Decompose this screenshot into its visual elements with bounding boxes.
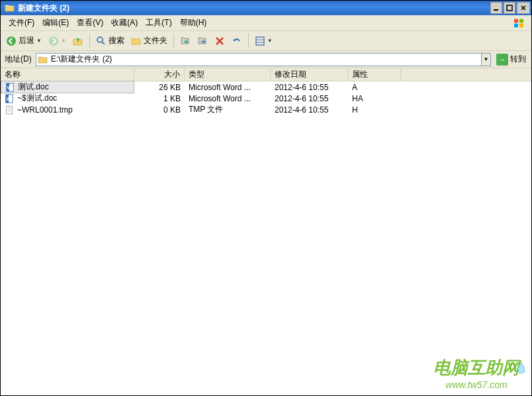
menu-view[interactable]: 查看(V) — [73, 16, 107, 30]
file-date: 2012-4-6 10:55 — [271, 83, 348, 92]
svg-rect-0 — [494, 9, 498, 11]
chevron-down-icon: ▼ — [61, 38, 66, 44]
windows-flag-icon — [511, 17, 527, 30]
file-attr: HA — [348, 94, 401, 103]
col-type[interactable]: 类型 — [185, 68, 271, 81]
menu-edit[interactable]: 编辑(E) — [38, 16, 73, 30]
addressbar: 地址(D) ▼ → 转到 — [1, 51, 531, 68]
back-label: 后退 — [19, 35, 34, 46]
address-field-wrap: ▼ — [36, 53, 491, 66]
word-doc-icon: W — [5, 83, 16, 92]
word-doc-icon: W — [5, 94, 15, 103]
folder-icon — [5, 3, 15, 13]
folders-button[interactable]: 文件夹 — [128, 34, 170, 48]
views-icon — [255, 36, 265, 46]
file-name: ~$测试.doc — [17, 93, 57, 104]
file-type: Microsoft Word ... — [185, 83, 271, 92]
toolbar: 后退 ▼ ▼ 搜索 文件夹 ▼ — [1, 31, 531, 51]
file-name: ~WRL0001.tmp — [17, 105, 73, 115]
folders-label: 文件夹 — [144, 35, 167, 46]
watermark: 电脑互助网 www.tw57.com — [433, 356, 519, 390]
col-modified[interactable]: 修改日期 — [271, 68, 348, 81]
back-icon — [6, 36, 17, 46]
file-date: 2012-4-6 10:55 — [271, 105, 348, 115]
forward-icon — [48, 36, 59, 46]
file-icon — [5, 105, 15, 115]
col-attr[interactable]: 属性 — [348, 68, 401, 81]
svg-point-2 — [7, 36, 16, 46]
delete-icon — [214, 36, 225, 46]
file-size: 1 KB — [134, 94, 185, 103]
address-input[interactable] — [50, 55, 481, 64]
search-button[interactable]: 搜索 — [93, 34, 127, 48]
file-name-cell: W测试.doc — [1, 81, 134, 93]
chevron-down-icon: ▼ — [36, 38, 42, 44]
window-title: 新建文件夹 (2) — [18, 3, 489, 14]
search-icon — [96, 36, 107, 46]
svg-point-3 — [49, 36, 58, 46]
menu-help[interactable]: 帮助(H) — [176, 16, 211, 30]
search-label: 搜索 — [109, 35, 124, 46]
col-size[interactable]: 大小 — [134, 68, 185, 81]
back-button[interactable]: 后退 ▼ — [3, 34, 44, 48]
up-folder-icon — [73, 36, 83, 46]
file-attr: H — [348, 105, 401, 115]
up-button[interactable] — [70, 34, 86, 48]
undo-icon — [232, 36, 242, 46]
svg-rect-5 — [256, 37, 264, 45]
goto-button[interactable]: → 转到 — [494, 54, 529, 66]
svg-rect-14 — [7, 105, 13, 113]
forward-button[interactable]: ▼ — [46, 34, 69, 48]
svg-rect-1 — [507, 5, 512, 11]
file-name: 测试.doc — [18, 81, 49, 93]
col-name[interactable]: 名称 — [1, 68, 134, 81]
file-size: 0 KB — [134, 105, 185, 115]
menu-favorites[interactable]: 收藏(A) — [107, 16, 142, 30]
file-date: 2012-4-6 10:55 — [271, 94, 348, 103]
copy-to-button[interactable] — [195, 34, 210, 48]
menu-file[interactable]: 文件(F) — [5, 16, 38, 30]
move-to-icon — [180, 36, 191, 46]
file-name-cell: W~$测试.doc — [1, 93, 134, 104]
titlebar[interactable]: 新建文件夹 (2) — [1, 1, 531, 15]
menu-tools[interactable]: 工具(T) — [142, 16, 175, 30]
svg-text:W: W — [7, 85, 12, 89]
file-row[interactable]: W测试.doc26 KBMicrosoft Word ...2012-4-6 1… — [1, 81, 531, 93]
explorer-window: 新建文件夹 (2) 文件(F) 编辑(E) 查看(V) 收藏(A) 工具(T) … — [0, 0, 532, 396]
file-row[interactable]: ~WRL0001.tmp0 KBTMP 文件2012-4-6 10:55H — [1, 104, 531, 115]
file-attr: A — [348, 83, 401, 92]
svg-point-4 — [97, 37, 103, 42]
file-list-area[interactable]: 名称 大小 类型 修改日期 属性 W测试.doc26 KBMicrosoft W… — [1, 68, 531, 395]
goto-icon: → — [496, 54, 508, 66]
address-dropdown-button[interactable]: ▼ — [481, 54, 490, 66]
chevron-down-icon: ▼ — [267, 38, 273, 44]
close-button[interactable] — [517, 2, 530, 14]
delete-button[interactable] — [212, 34, 228, 48]
undo-button[interactable] — [229, 34, 245, 48]
file-size: 26 KB — [134, 83, 185, 92]
folder-icon — [38, 54, 48, 65]
address-label: 地址(D) — [3, 54, 33, 65]
minimize-button[interactable] — [490, 2, 502, 14]
maximize-button[interactable] — [504, 2, 515, 14]
copy-to-icon — [197, 36, 208, 46]
views-button[interactable]: ▼ — [252, 34, 275, 48]
watermark-url: www.tw57.com — [433, 379, 519, 390]
file-type: Microsoft Word ... — [185, 94, 271, 103]
svg-text:W: W — [7, 96, 11, 101]
window-controls — [489, 2, 530, 14]
file-name-cell: ~WRL0001.tmp — [1, 105, 134, 115]
watermark-text: 电脑互助网 — [433, 356, 519, 379]
droplet-icon — [517, 362, 526, 373]
column-headers: 名称 大小 类型 修改日期 属性 — [1, 68, 531, 81]
file-list: W测试.doc26 KBMicrosoft Word ...2012-4-6 1… — [1, 81, 531, 115]
file-row[interactable]: W~$测试.doc1 KBMicrosoft Word ...2012-4-6 … — [1, 93, 531, 104]
file-type: TMP 文件 — [185, 104, 271, 115]
menubar: 文件(F) 编辑(E) 查看(V) 收藏(A) 工具(T) 帮助(H) — [1, 15, 531, 31]
goto-label: 转到 — [510, 54, 526, 65]
move-to-button[interactable] — [177, 34, 193, 48]
folders-icon — [131, 36, 142, 46]
